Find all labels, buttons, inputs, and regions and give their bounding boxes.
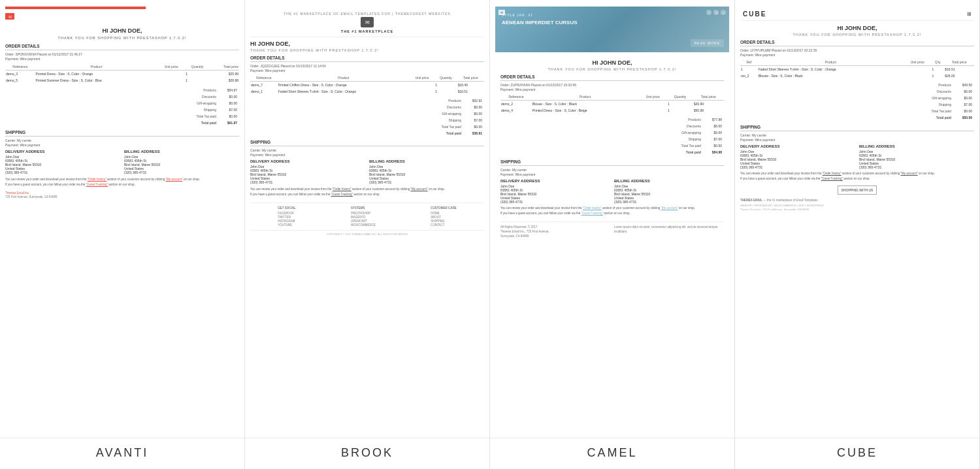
avanti-carrier: Carrier: My carrier	[5, 138, 239, 142]
camel-hero: ✉ f ◎ t STYLE JAN. 01 AENEAN IMPERDIET C…	[495, 7, 729, 52]
brook-preview-area: THE #1 MARKETPLACE OF EMAIL TEMPLATES FO…	[245, 0, 489, 438]
avanti-address-row: DELIVERY ADDRESS John Doe 63581 405th St…	[5, 150, 239, 174]
camel-card[interactable]: ✉ f ◎ t STYLE JAN. 01 AENEAN IMPERDIET C…	[490, 0, 735, 469]
camel-note: You can review your order and download y…	[500, 206, 724, 210]
table-row: 1 Faded Short Sleeves T-shirt - Size : S…	[740, 66, 974, 73]
avanti-order-ref: Order: SPONGVENA Placed on 01/12/2017 21…	[5, 52, 239, 56]
brook-payment: Payment: Wire payment	[250, 69, 484, 73]
mail-icon: ✉	[5, 13, 14, 20]
avanti-shipping-title: SHIPPING	[5, 130, 239, 137]
instagram-icon: ◎	[713, 10, 719, 15]
camel-shipping-payment: Payment: Wire payment	[500, 172, 724, 176]
cube-payment: Payment: Wire payment	[740, 53, 974, 57]
camel-header-icons: f ◎ t	[706, 10, 726, 15]
col-total: Total price	[210, 63, 239, 71]
avanti-totals: Products$54.97 Discounts$0.00 Gift-wrapp…	[5, 86, 239, 127]
brook-card[interactable]: THE #1 MARKETPLACE OF EMAIL TEMPLATES FO…	[245, 0, 490, 469]
cube-header: CUBE ⊞	[740, 7, 974, 21]
cube-billing-title: BILLING ADDRESS	[859, 144, 974, 148]
avanti-footer-address: 725 First Avenue, Sunnyvale, CA 94089	[5, 195, 239, 199]
table-row: demo_2 Blouse - Size : S, Color : Black …	[500, 101, 724, 108]
cube-footer: WEBSITE • PRESTASHOP • WOOCOMMERCE • EDD…	[740, 204, 974, 212]
brook-order-title: ORDER DETAILS	[250, 56, 484, 62]
brook-sub: THANK YOU FOR SHOPPING WITH PRESTASHOP 1…	[250, 48, 484, 52]
cube-label[interactable]: CUBE	[735, 438, 979, 469]
cube-sub: THANK YOU FOR SHOPPING WITH PRESTASHOP 1…	[740, 33, 974, 37]
cube-shipping-payment: Payment: Wire payment	[740, 138, 974, 142]
cube-delivery-block: DELIVERY ADDRESS John Doe 63581 405th St…	[740, 144, 855, 169]
brook-label[interactable]: BROOK	[245, 438, 489, 469]
brook-note: You can review your order and download y…	[250, 187, 484, 191]
cube-greeting: HI JOHN DOE,	[740, 25, 974, 31]
avanti-subheading: THANK YOU FOR SHOPPING WITH PRESTASHOP 1…	[5, 36, 239, 40]
facebook-icon: f	[706, 10, 711, 15]
cube-address-row: DELIVERY ADDRESS John Doe 63581 405th St…	[740, 144, 974, 169]
avanti-delivery-title: DELIVERY ADDRESS	[5, 150, 120, 154]
table-row: demo_3 Printed Dress - Size : S, Color :…	[5, 71, 239, 78]
brook-marketplace-label: THE #1 MARKETPLACE OF EMAIL TEMPLATES FO…	[250, 12, 484, 16]
col-unit: Unit price	[157, 63, 185, 71]
cube-delivery-title: DELIVERY ADDRESS	[740, 144, 855, 148]
avanti-logo-area: ✉	[5, 9, 239, 22]
cube-preview-area: CUBE ⊞ HI JOHN DOE, THANK YOU FOR SHOPPI…	[735, 0, 979, 438]
brook-delivery-title: DELIVERY ADDRESS	[250, 159, 365, 163]
camel-payment: Payment: Wire payment	[500, 88, 724, 91]
avanti-billing-block: BILLING ADDRESS John Doe 63581 405th St …	[124, 150, 239, 174]
avanti-footer-brand: Themes Email Inc.	[5, 191, 239, 195]
camel-address-row: DELIVERY ADDRESS John Doe 63581 405th St…	[500, 179, 724, 204]
cube-totals: Products$43.50 Discounts$0.00 Gift-wrapp…	[740, 81, 974, 121]
cube-logo: CUBE	[743, 10, 766, 18]
camel-label[interactable]: CAMEL	[490, 438, 734, 469]
avanti-shipping-payment: Payment: Wire payment	[5, 143, 239, 147]
table-row: mo_2 Blouse - Size : S, Color : Black 1 …	[740, 73, 974, 79]
camel-body: HI JOHN DOE, THANK YOU FOR SHOPPING WITH…	[495, 52, 729, 242]
brook-greeting: HI JOHN DOE,	[250, 40, 484, 47]
camel-greeting: HI JOHN DOE,	[500, 59, 724, 66]
table-row: demo_4 Printed Dress - Size : S, Color :…	[500, 107, 724, 114]
avanti-billing-title: BILLING ADDRESS	[124, 150, 239, 154]
camel-billing-block: BILLING ADDRESS John Doe 63581 405th St …	[614, 179, 724, 204]
avanti-payment: Payment: Wire payment	[5, 57, 239, 61]
cube-carrier: Carrier: My carrier	[740, 133, 974, 137]
col-reference: Reference	[5, 63, 35, 71]
camel-delivery-block: DELIVERY ADDRESS John Doe 63581 405th St…	[500, 179, 610, 204]
avanti-label[interactable]: AVANTI	[0, 438, 244, 469]
brook-totals: Products$32.91 Discounts$0.00 Gift-wrapp…	[250, 97, 484, 137]
avanti-order-title: ORDER DETAILS	[5, 44, 239, 50]
camel-sub: THANK YOU FOR SHOPPING WITH PRESTASHOP 1…	[500, 67, 724, 71]
camel-carrier: Carrier: My carrier	[500, 168, 724, 172]
table-row: demo_5 Printed Summer Dress - Size : S, …	[5, 77, 239, 84]
brook-billing-title: BILLING ADDRESS	[369, 159, 484, 163]
camel-shipping-title: SHIPPING	[500, 159, 724, 166]
brook-logo-icon: ✉	[361, 17, 374, 27]
brook-copyright: COPYRIGHT © 2017 THEMES EMAIL INC. ALL R…	[250, 230, 484, 236]
brook-order-ref: Order: JQZZGGJEE Placed on 01/13/2017 11…	[250, 64, 484, 68]
camel-delivery-title: DELIVERY ADDRESS	[500, 179, 610, 183]
brook-shipping-title: SHIPPING	[250, 140, 484, 146]
brook-header: THE #1 MARKETPLACE OF EMAIL TEMPLATES FO…	[250, 7, 484, 37]
table-row: demo_7 Printed Chiffon Dress - Size : S,…	[250, 82, 484, 89]
avanti-note: You can review your order and download y…	[5, 178, 239, 182]
avanti-preview: ✉ HI JOHN DOE, THANK YOU FOR SHOPPING WI…	[0, 0, 244, 438]
camel-note2: If you have a guest account, you can fol…	[500, 212, 724, 216]
col-product: Product	[35, 63, 158, 71]
cube-shipping-title: SHIPPING	[740, 125, 974, 131]
brook-note2: If you have a guest account, you can fol…	[250, 193, 484, 197]
camel-order-ref: Order: ZUPRAYARA Placed on 01/13/2017 15…	[500, 83, 724, 87]
brook-carrier: Carrier: My carrier	[250, 148, 484, 152]
camel-order-table: Reference Product Unit price Quantity To…	[500, 93, 724, 114]
brook-logo-text: THE #1 MARKETPLACE	[250, 29, 484, 33]
brook-shipping-payment: Payment: Wire payment	[250, 153, 484, 157]
avanti-card[interactable]: ✉ HI JOHN DOE, THANK YOU FOR SHOPPING WI…	[0, 0, 245, 469]
camel-billing-title: BILLING ADDRESS	[614, 179, 724, 183]
cube-card[interactable]: CUBE ⊞ HI JOHN DOE, THANK YOU FOR SHOPPI…	[735, 0, 980, 469]
cube-shop-button[interactable]: SHOPPING WITH US	[838, 186, 877, 195]
col-qty: Quantity	[185, 63, 210, 71]
cube-note2: If you have a guest account, you can fol…	[740, 177, 974, 181]
avanti-order-table: Reference Product Unit price Quantity To…	[5, 63, 239, 84]
avanti-greeting: HI JOHN DOE,	[5, 27, 239, 34]
avanti-note2: If you have a guest account, you can fol…	[5, 183, 239, 187]
brook-social-section: GET SOCIAL FACEBOOK TWITTER INSTAGRAM YO…	[250, 202, 484, 227]
brook-billing-block: BILLING ADDRESS John Doe 63581 405th St …	[369, 159, 484, 184]
camel-hero-cta: READ MORE	[691, 39, 724, 47]
